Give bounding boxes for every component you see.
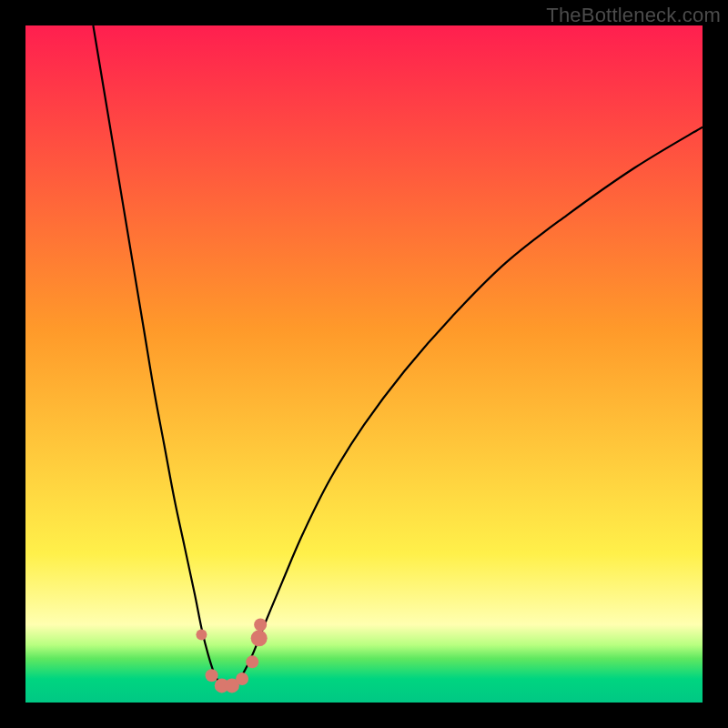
- curve-marker: [206, 669, 218, 682]
- curve-marker: [251, 630, 268, 646]
- bottleneck-chart: [25, 25, 703, 703]
- curve-marker: [196, 630, 207, 641]
- curve-marker: [254, 618, 267, 631]
- watermark-text: TheBottleneck.com: [546, 4, 721, 27]
- curve-marker: [236, 672, 248, 685]
- curve-marker: [246, 655, 258, 668]
- chart-background: [25, 25, 703, 703]
- chart-frame: [25, 25, 703, 703]
